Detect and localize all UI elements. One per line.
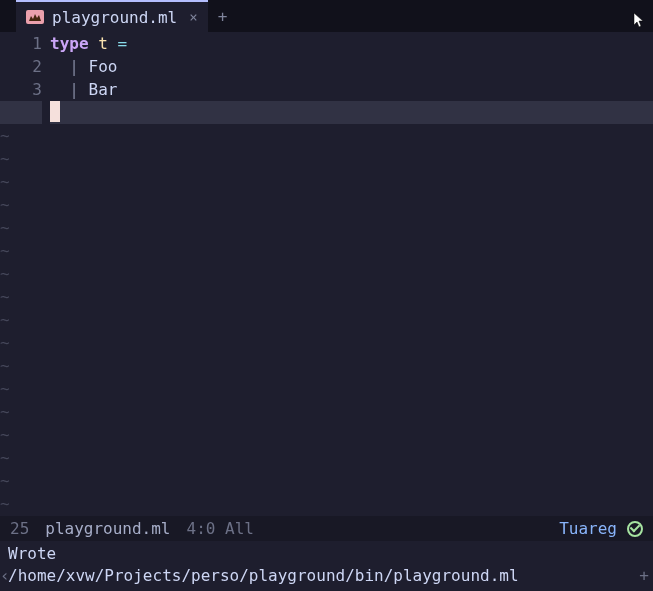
tab-active[interactable]: playground.ml × — [16, 0, 208, 32]
block-cursor — [50, 101, 60, 122]
new-tab-button[interactable]: + — [208, 0, 238, 32]
tilde-icon: ~ — [0, 285, 12, 308]
line-number: 3 — [0, 78, 42, 101]
tab-bar: playground.ml × + — [0, 0, 653, 32]
tilde-icon: ~ — [0, 193, 12, 216]
tilde-icon: ~ — [0, 170, 12, 193]
tab-label: playground.ml — [52, 8, 177, 27]
line-number — [0, 101, 42, 124]
tilde-icon: ~ — [0, 446, 12, 469]
tilde-icon: ~ — [0, 469, 12, 492]
tilde-icon: ~ — [0, 147, 12, 170]
minibuffer-line-1: Wrote — [8, 543, 645, 565]
editor-window: playground.ml × + ~~~~~~~~~~~~~~~~~~ 123… — [0, 0, 653, 591]
mode-line: 25 playground.ml 4:0 All Tuareg — [0, 516, 653, 541]
code-line[interactable]: | Bar — [50, 78, 653, 101]
tilde-icon: ~ — [0, 216, 12, 239]
mouse-cursor-icon — [633, 12, 645, 32]
editor-area[interactable]: ~~~~~~~~~~~~~~~~~~ 123 type t = | Foo | … — [0, 32, 653, 516]
line-number: 1 — [0, 32, 42, 55]
line-number: 2 — [0, 55, 42, 78]
code-line[interactable]: | Foo — [50, 55, 653, 78]
tab-bar-leading — [0, 0, 16, 32]
tilde-icon: ~ — [0, 354, 12, 377]
empty-line-tildes: ~~~~~~~~~~~~~~~~~~ — [0, 124, 12, 516]
code-content[interactable]: type t = | Foo | Bar — [50, 32, 653, 516]
tilde-icon: ~ — [0, 308, 12, 331]
truncation-right-icon: + — [639, 565, 649, 587]
tilde-icon: ~ — [0, 262, 12, 285]
tilde-icon: ~ — [0, 400, 12, 423]
buffer-name: playground.ml — [45, 519, 170, 538]
check-ok-icon — [627, 521, 643, 537]
tilde-icon: ~ — [0, 492, 12, 515]
tilde-icon: ~ — [0, 331, 12, 354]
tilde-icon: ~ — [0, 423, 12, 446]
line-count: 25 — [10, 519, 29, 538]
tilde-icon: ~ — [0, 239, 12, 262]
camel-icon — [26, 10, 44, 24]
close-icon[interactable]: × — [189, 9, 197, 25]
minibuffer: Wrote /home/xvw/Projects/perso/playgroun… — [0, 541, 653, 591]
tilde-icon: ~ — [0, 377, 12, 400]
code-line[interactable]: type t = — [50, 32, 653, 55]
tilde-icon: ~ — [0, 124, 12, 147]
minibuffer-line-2: /home/xvw/Projects/perso/playground/bin/… — [8, 565, 645, 587]
cursor-position: 4:0 All — [187, 519, 254, 538]
truncation-left-icon: ‹ — [0, 565, 10, 587]
major-mode: Tuareg — [559, 519, 617, 538]
code-line-current[interactable] — [50, 101, 653, 124]
tilde-icon: ~ — [0, 515, 12, 516]
